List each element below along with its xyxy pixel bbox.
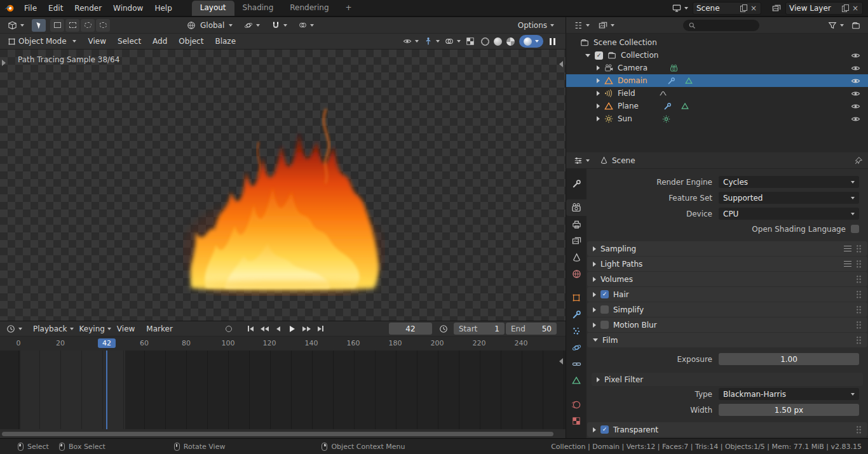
jump-to-end-button[interactable] (314, 323, 327, 335)
scene-name-field[interactable]: Scene × (693, 2, 761, 15)
panel-light-paths[interactable]: Light Paths (587, 257, 867, 271)
shading-solid-button[interactable] (494, 37, 502, 46)
viewport-canvas[interactable]: Path Tracing Sample 38/64 (0, 50, 566, 321)
prev-keyframe-button[interactable] (258, 323, 271, 335)
disclosure-icon[interactable] (597, 103, 600, 109)
collection-checkbox[interactable]: ✓ (595, 51, 603, 60)
unlink-scene-icon[interactable]: × (750, 4, 757, 12)
outliner-row-sun[interactable]: Sun (566, 112, 868, 125)
grip-icon[interactable] (856, 244, 862, 253)
feature-set-select[interactable]: Supported (719, 192, 859, 204)
disclosure-icon[interactable] (597, 116, 600, 121)
menu-keying[interactable]: Keying (74, 321, 111, 336)
menu-view[interactable]: View (111, 321, 140, 336)
viewport-render-pause-button[interactable] (547, 34, 558, 49)
menu-select[interactable]: Select (112, 34, 147, 49)
disclosure-icon[interactable] (593, 246, 596, 251)
tab-physics[interactable] (566, 339, 587, 356)
presets-icon[interactable] (844, 261, 851, 267)
modifier-wrench-icon[interactable] (667, 77, 675, 85)
display-mode-dropdown[interactable] (596, 17, 617, 33)
subpanel-pixel-filter[interactable]: Pixel Filter (592, 373, 863, 386)
hide-eye-icon[interactable] (851, 63, 860, 73)
editor-type-dropdown[interactable] (571, 17, 592, 33)
motion-blur-checkbox[interactable] (600, 321, 609, 329)
shading-rendered-button[interactable] (519, 35, 543, 48)
panel-motion-blur[interactable]: Motion Blur (587, 317, 867, 332)
hair-checkbox[interactable]: ✓ (600, 290, 609, 298)
grip-icon[interactable] (856, 290, 862, 298)
new-view-layer-icon[interactable] (842, 4, 848, 11)
scrollbar-thumb[interactable] (2, 432, 553, 436)
tab-object[interactable] (566, 290, 587, 306)
new-collection-button[interactable] (849, 17, 863, 33)
overlays-dropdown[interactable] (442, 34, 463, 49)
menu-add[interactable]: Add (147, 34, 173, 49)
disclosure-icon[interactable] (585, 54, 590, 57)
outliner-row-domain[interactable]: Domain (566, 74, 868, 87)
presets-icon[interactable] (844, 246, 851, 252)
tab-object-data[interactable] (566, 372, 587, 389)
outliner-row-field[interactable]: Field (566, 87, 868, 100)
view-layer-field[interactable]: View Layer × (785, 2, 863, 15)
tab-world[interactable] (566, 265, 587, 282)
tab-material[interactable] (566, 396, 587, 413)
disclosure-icon[interactable] (593, 262, 596, 267)
grip-icon[interactable] (856, 425, 862, 434)
grip-icon[interactable] (856, 305, 862, 314)
modifier-wrench-icon[interactable] (663, 102, 672, 110)
playhead-frame-badge[interactable]: 42 (98, 338, 116, 348)
jump-to-start-button[interactable] (244, 323, 257, 335)
options-dropdown[interactable]: Options (518, 21, 554, 30)
disclosure-icon[interactable] (597, 65, 600, 70)
disclosure-icon[interactable] (597, 78, 600, 83)
gizmo-dropdown[interactable] (421, 34, 442, 49)
playhead-line[interactable] (106, 351, 107, 429)
osl-checkbox[interactable] (851, 225, 859, 233)
select-tweak-button[interactable] (50, 19, 64, 32)
filter-dropdown[interactable] (825, 17, 846, 33)
select-box-button[interactable] (65, 19, 79, 32)
hide-eye-icon[interactable] (851, 89, 860, 98)
pivot-point-dropdown[interactable] (241, 17, 262, 33)
tab-scene[interactable] (566, 249, 587, 265)
editor-type-dropdown[interactable] (5, 17, 27, 33)
select-circle-button[interactable] (81, 19, 95, 32)
auto-keying-record-button[interactable] (222, 323, 235, 335)
panel-transparent[interactable]: ✓ Transparent (587, 422, 867, 437)
pixel-filter-type-select[interactable]: Blackman-Harris (719, 388, 859, 400)
grip-icon[interactable] (856, 260, 862, 268)
disclosure-icon[interactable] (597, 377, 600, 382)
tab-particles[interactable] (566, 323, 587, 339)
outliner-row-camera[interactable]: Camera (566, 62, 868, 74)
grip-icon[interactable] (856, 275, 862, 283)
outliner-row-plane[interactable]: Plane (566, 100, 868, 112)
snap-toggle[interactable] (269, 17, 290, 33)
tab-constraints[interactable] (566, 356, 587, 372)
select-lasso-button[interactable] (96, 19, 110, 32)
mesh-data-icon[interactable] (681, 102, 689, 110)
hide-eye-icon[interactable] (851, 51, 860, 60)
hide-eye-icon[interactable] (851, 102, 860, 111)
new-scene-icon[interactable] (740, 4, 746, 11)
tab-modifiers[interactable] (566, 306, 587, 323)
panel-sampling[interactable]: Sampling (587, 241, 867, 256)
transparent-checkbox[interactable]: ✓ (600, 425, 609, 434)
object-visibility-dropdown[interactable] (400, 34, 421, 49)
remove-view-layer-icon[interactable]: × (851, 4, 859, 12)
tab-render[interactable] (566, 199, 587, 216)
editor-type-dropdown[interactable] (4, 321, 25, 336)
tab-tool[interactable] (566, 175, 587, 192)
panel-simplify[interactable]: Simplify (587, 302, 867, 317)
outliner-search-input[interactable] (683, 20, 759, 31)
menu-window[interactable]: Window (107, 0, 149, 16)
panel-hair[interactable]: ✓ Hair (587, 287, 867, 302)
light-data-icon[interactable] (662, 115, 670, 123)
disclosure-icon[interactable] (597, 91, 600, 96)
menu-blaze[interactable]: Blaze (209, 34, 241, 49)
proportional-edit-dropdown[interactable] (296, 17, 316, 33)
tab-view-layer[interactable] (566, 232, 587, 249)
timeline-tracks[interactable] (0, 351, 566, 429)
mode-dropdown[interactable]: Object Mode (4, 37, 80, 46)
menu-object[interactable]: Object (173, 34, 209, 49)
